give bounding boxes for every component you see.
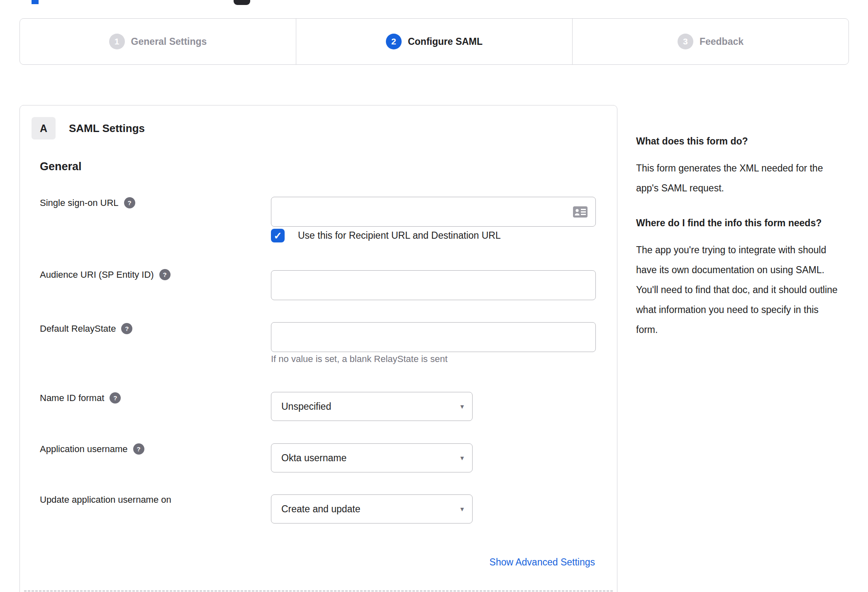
relaystate-input[interactable] bbox=[271, 322, 596, 352]
relaystate-label: Default RelayState bbox=[40, 323, 116, 334]
help-icon[interactable]: ? bbox=[121, 323, 132, 334]
nameid-format-value: Unspecified bbox=[281, 401, 331, 412]
help-icon[interactable]: ? bbox=[159, 269, 171, 280]
help-icon[interactable]: ? bbox=[124, 197, 135, 208]
help-answer-1: This form generates the XML needed for t… bbox=[636, 158, 842, 198]
nameid-format-select[interactable]: Unspecified ▾ bbox=[271, 392, 473, 421]
show-advanced-settings-link[interactable]: Show Advanced Settings bbox=[490, 557, 595, 568]
section-dashed-divider bbox=[24, 590, 613, 592]
update-username-value: Create and update bbox=[281, 504, 361, 515]
audience-uri-label-row: Audience URI (SP Entity ID) ? bbox=[40, 269, 171, 280]
sso-url-label: Single sign-on URL bbox=[40, 198, 119, 208]
contact-card-icon bbox=[573, 206, 588, 218]
audience-uri-label: Audience URI (SP Entity ID) bbox=[40, 269, 154, 280]
cutoff-logo-fragment bbox=[32, 0, 39, 4]
step-configure-saml[interactable]: 2 Configure SAML bbox=[296, 19, 572, 64]
saml-settings-panel: A SAML Settings General Single sign-on U… bbox=[20, 105, 617, 592]
sso-url-input[interactable] bbox=[271, 197, 596, 227]
chevron-down-icon: ▾ bbox=[460, 454, 464, 462]
app-username-label: Application username bbox=[40, 444, 128, 455]
recipient-url-checkbox[interactable]: ✓ bbox=[271, 229, 285, 242]
group-title-general: General bbox=[40, 160, 82, 173]
cutoff-icon-fragment bbox=[234, 0, 250, 5]
help-sidebar: What does this form do? This form genera… bbox=[636, 134, 842, 357]
app-username-label-row: Application username ? bbox=[40, 443, 144, 455]
help-icon[interactable]: ? bbox=[133, 443, 144, 455]
checkmark-icon: ✓ bbox=[273, 230, 282, 242]
sso-url-label-row: Single sign-on URL ? bbox=[40, 197, 135, 208]
chevron-down-icon: ▾ bbox=[460, 402, 464, 411]
sso-url-input-wrap bbox=[271, 197, 596, 227]
section-a-badge: A bbox=[32, 117, 56, 139]
help-question-1: What does this form do? bbox=[636, 134, 842, 149]
step-general-settings[interactable]: 1 General Settings bbox=[20, 19, 296, 64]
step-1-label: General Settings bbox=[131, 36, 207, 47]
step-1-circle: 1 bbox=[109, 34, 125, 49]
update-username-label-row: Update application username on bbox=[40, 494, 171, 505]
step-3-label: Feedback bbox=[700, 36, 744, 47]
help-question-2: Where do I find the info this form needs… bbox=[636, 215, 842, 231]
nameid-format-label-row: Name ID format ? bbox=[40, 392, 121, 404]
app-username-value: Okta username bbox=[281, 453, 346, 464]
relaystate-hint: If no value is set, a blank RelayState i… bbox=[271, 354, 448, 364]
step-2-label: Configure SAML bbox=[408, 36, 483, 47]
recipient-url-checkbox-row: ✓ Use this for Recipient URL and Destina… bbox=[271, 229, 501, 242]
recipient-url-checkbox-label: Use this for Recipient URL and Destinati… bbox=[298, 230, 501, 241]
app-username-select[interactable]: Okta username ▾ bbox=[271, 443, 473, 472]
step-2-circle: 2 bbox=[386, 34, 402, 49]
help-answer-2: The app you're trying to integrate with … bbox=[636, 240, 842, 340]
step-3-circle: 3 bbox=[678, 34, 693, 49]
relaystate-label-row: Default RelayState ? bbox=[40, 323, 132, 334]
update-username-select[interactable]: Create and update ▾ bbox=[271, 494, 473, 524]
audience-uri-input[interactable] bbox=[271, 270, 596, 300]
wizard-steps: 1 General Settings 2 Configure SAML 3 Fe… bbox=[20, 18, 849, 65]
step-feedback[interactable]: 3 Feedback bbox=[572, 19, 848, 64]
nameid-format-label: Name ID format bbox=[40, 393, 104, 404]
update-username-label: Update application username on bbox=[40, 494, 171, 505]
chevron-down-icon: ▾ bbox=[460, 505, 464, 514]
help-icon[interactable]: ? bbox=[110, 392, 121, 404]
section-title: SAML Settings bbox=[69, 122, 145, 135]
